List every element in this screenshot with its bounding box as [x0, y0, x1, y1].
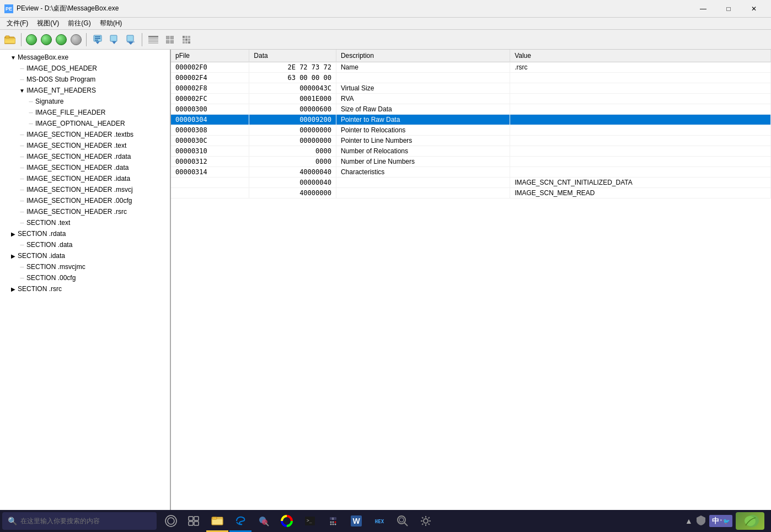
taskbar-cortana-search[interactable]	[160, 510, 182, 532]
tree-item-section-rdata[interactable]: ▶ SECTION .rdata	[0, 228, 170, 239]
tb-grid-3[interactable]	[179, 32, 194, 47]
tree-item-section-msvcjmc[interactable]: ─ SECTION .msvcjmc	[0, 261, 170, 272]
ime-dots: °	[720, 519, 722, 524]
tree-item-nt-headers[interactable]: ▼ IMAGE_NT_HEADERS	[0, 85, 170, 96]
taskbar-terminal[interactable]: >_	[299, 510, 321, 532]
table-row[interactable]: 000003120000Number of Line Numbers	[171, 157, 771, 167]
table-row[interactable]: 0000030000000600Size of Raw Data	[171, 104, 771, 115]
tree-item-section-text[interactable]: ─ SECTION .text	[0, 217, 170, 228]
maximize-button[interactable]: □	[716, 0, 741, 18]
tree-item-section-rsrc[interactable]: ▶ SECTION .rsrc	[0, 283, 170, 294]
taskbar-search-input[interactable]	[20, 517, 142, 525]
tree-label-section-idata-h: IMAGE_SECTION_HEADER .idata	[26, 175, 130, 182]
tree-item-signature[interactable]: ─ Signature	[0, 96, 170, 107]
tree-label-section-00cfg: SECTION .00cfg	[26, 274, 76, 282]
expander-section-rsrc[interactable]: ▶	[9, 284, 18, 293]
tb-grid-2[interactable]	[162, 32, 178, 47]
cell-data: 2E 72 73 72	[249, 62, 336, 73]
svg-rect-18	[166, 36, 169, 39]
table-row[interactable]: 000003100000Number of Relocations	[171, 146, 771, 157]
taskbar-word[interactable]: W	[345, 510, 367, 532]
table-row[interactable]: 0000030800000000Pointer to Relocations	[171, 125, 771, 136]
tb-green-3[interactable]	[55, 33, 68, 46]
open-file-button[interactable]	[2, 32, 18, 47]
taskbar-calculator[interactable]: 0	[322, 510, 344, 532]
tb-green-1[interactable]	[25, 33, 38, 46]
tree-item-section-rsrc-h[interactable]: ─ IMAGE_SECTION_HEADER .rsrc	[0, 206, 170, 217]
ime-indicator[interactable]: 中 ° 🐦	[709, 515, 732, 527]
svg-text:W: W	[352, 517, 360, 525]
close-button[interactable]: ✕	[741, 0, 767, 18]
menu-view[interactable]: 视图(V)	[33, 18, 63, 29]
tree-item-section-idata[interactable]: ▶ SECTION .idata	[0, 250, 170, 261]
tb-nav-prev[interactable]	[69, 33, 83, 46]
tree-panel[interactable]: ▼ MessageBox.exe ─ IMAGE_DOS_HEADER ─ MS…	[0, 50, 171, 510]
minimize-button[interactable]: ―	[690, 0, 716, 18]
table-row[interactable]: 000002FC0001E000RVA	[171, 94, 771, 104]
tb-export-1[interactable]	[106, 32, 122, 47]
taskbar-search2[interactable]	[253, 510, 275, 532]
tray-arrow[interactable]: ▲	[685, 517, 693, 525]
taskbar-color-wheel[interactable]	[276, 510, 298, 532]
table-row[interactable]: 0000030400009200Pointer to Raw Data	[171, 115, 771, 125]
toolbar-grid-group	[146, 32, 194, 47]
taskbar-settings-gear[interactable]	[415, 510, 437, 532]
tree-item-section-data[interactable]: ─ SECTION .data	[0, 239, 170, 250]
svg-rect-20	[166, 40, 169, 44]
cell-pfile: 000002F8	[171, 83, 249, 94]
table-row[interactable]: 0000031440000040Characteristics	[171, 167, 771, 178]
tree-label-nt-headers: IMAGE_NT_HEADERS	[26, 87, 96, 94]
table-row[interactable]: 000002F463 00 00 00	[171, 73, 771, 83]
menu-goto[interactable]: 前往(G)	[63, 18, 95, 29]
tb-grid-1[interactable]	[146, 32, 161, 47]
taskbar-hex-editor[interactable]: HEX	[368, 510, 390, 532]
tree-item-section-00cfg-h[interactable]: ─ IMAGE_SECTION_HEADER .00cfg	[0, 195, 170, 206]
tree-item-section-textbs[interactable]: ─ IMAGE_SECTION_HEADER .textbs	[0, 129, 170, 140]
tree-item-section-text-h[interactable]: ─ IMAGE_SECTION_HEADER .text	[0, 140, 170, 151]
data-table: pFile Data Description Value 000002F02E …	[171, 50, 771, 198]
taskbar-loupe[interactable]	[392, 510, 414, 532]
taskbar-search-icon: 🔍	[8, 517, 17, 525]
menu-help[interactable]: 帮助(H)	[95, 18, 127, 29]
menu-file[interactable]: 文件(F)	[2, 18, 33, 29]
table-row[interactable]: 40000000IMAGE_SCN_MEM_READ	[171, 188, 771, 198]
table-row[interactable]: 0000030C00000000Pointer to Line Numbers	[171, 136, 771, 146]
tree-item-dos-header[interactable]: ─ IMAGE_DOS_HEADER	[0, 63, 170, 74]
taskbar-edge[interactable]	[229, 510, 251, 532]
svg-rect-1	[4, 38, 15, 44]
expander-section-idata[interactable]: ▶	[9, 251, 18, 260]
tree-item-msdos-stub[interactable]: ─ MS-DOS Stub Program	[0, 74, 170, 85]
expander-messagebox[interactable]: ▼	[9, 53, 18, 62]
tree-item-section-idata-h[interactable]: ─ IMAGE_SECTION_HEADER .idata	[0, 173, 170, 184]
tree-item-optional-header[interactable]: ─ IMAGE_OPTIONAL_HEADER	[0, 118, 170, 129]
green-leaf-app[interactable]	[736, 512, 764, 530]
tree-item-messagebox[interactable]: ▼ MessageBox.exe	[0, 52, 170, 63]
svg-marker-12	[128, 42, 133, 45]
table-row[interactable]: 000002F02E 72 73 72Name.rsrc	[171, 62, 771, 73]
table-row[interactable]: 000002F80000043CVirtual Size	[171, 83, 771, 94]
taskbar-search-box[interactable]: 🔍	[2, 512, 157, 530]
tree-item-file-header[interactable]: ─ IMAGE_FILE_HEADER	[0, 107, 170, 118]
tree-label-dos-header: IMAGE_DOS_HEADER	[26, 65, 97, 72]
taskbar-file-explorer[interactable]	[206, 510, 228, 532]
content-panel[interactable]: pFile Data Description Value 000002F02E …	[171, 50, 771, 510]
tree-item-section-data-h[interactable]: ─ IMAGE_SECTION_HEADER .data	[0, 162, 170, 173]
tb-export-2[interactable]	[123, 32, 138, 47]
taskbar-task-view[interactable]	[183, 510, 205, 532]
tree-label-section-rdata-h: IMAGE_SECTION_HEADER .rdata	[26, 153, 131, 160]
tree-item-section-rdata-h[interactable]: ─ IMAGE_SECTION_HEADER .rdata	[0, 151, 170, 162]
tray-shield[interactable]	[696, 515, 706, 528]
svg-rect-35	[189, 522, 193, 525]
tree-label-signature: Signature	[35, 98, 63, 105]
toolbar	[0, 30, 771, 50]
tb-down-open[interactable]	[90, 32, 105, 47]
tree-item-section-msvcj-h[interactable]: ─ IMAGE_SECTION_HEADER .msvcj	[0, 184, 170, 195]
svg-text:HEX: HEX	[375, 519, 384, 524]
svg-rect-19	[170, 36, 174, 39]
expander-section-rdata[interactable]: ▶	[9, 229, 18, 238]
expander-nt-headers[interactable]: ▼	[18, 86, 26, 95]
svg-rect-15	[148, 38, 158, 40]
table-row[interactable]: 00000040IMAGE_SCN_CNT_INITIALIZED_DATA	[171, 178, 771, 188]
tb-green-2[interactable]	[40, 33, 53, 46]
tree-item-section-00cfg[interactable]: ─ SECTION .00cfg	[0, 272, 170, 283]
